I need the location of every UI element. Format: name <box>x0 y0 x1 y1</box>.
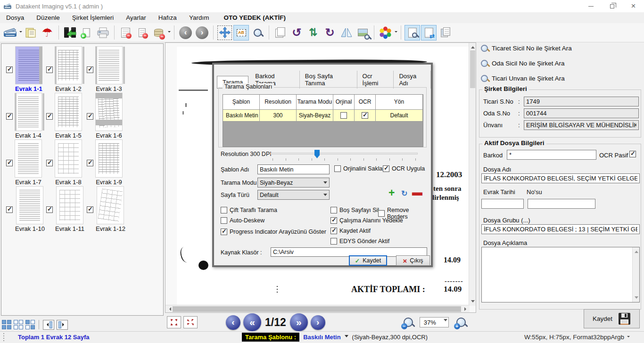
add-template-button[interactable]: + <box>388 187 395 199</box>
thumbnail-checkbox-checked[interactable] <box>46 206 53 213</box>
thumbnail-checkbox-checked[interactable] <box>6 160 13 166</box>
cell-ocr[interactable] <box>355 110 376 122</box>
thumbnail-image[interactable] <box>96 47 122 84</box>
thumbnail-checkbox-checked[interactable] <box>87 113 93 120</box>
pan-tool-button[interactable] <box>217 25 232 41</box>
dialog-save-button[interactable]: ✓ Kaydet <box>349 255 387 266</box>
menu-duzenle[interactable]: Düzenle <box>30 13 66 22</box>
evrak-tarihi-input[interactable] <box>481 199 524 209</box>
thumbnail-checkbox-checked[interactable] <box>46 160 53 166</box>
thumbnail-item-10[interactable]: Evrak 1-10 <box>6 187 45 232</box>
col-header-sablon[interactable]: Şablon <box>223 95 260 110</box>
menu-hafiza[interactable]: Hafıza <box>152 13 183 22</box>
thumbnail-item-9[interactable]: Evrak 1-9 <box>87 140 122 186</box>
sablon-adi-input[interactable] <box>257 164 330 174</box>
scroll-down-arrow[interactable] <box>633 295 640 302</box>
chevron-down-icon[interactable] <box>345 335 348 339</box>
progress-indicator-checkbox-checked[interactable] <box>221 229 227 235</box>
scroll-left-arrow[interactable] <box>165 305 173 312</box>
cell-resolution[interactable]: 300 <box>260 110 297 122</box>
unvan-field[interactable] <box>524 120 639 130</box>
col-header-yon[interactable]: Yön <box>376 95 423 110</box>
remove-document-button[interactable]: − <box>118 25 133 41</box>
protect-button[interactable]: ☂ <box>40 25 55 41</box>
thumbnail-item-12[interactable]: Evrak 1-12 <box>87 187 125 232</box>
scroll-right-arrow[interactable] <box>462 305 470 312</box>
viewer-horizontal-scrollbar[interactable] <box>165 305 470 312</box>
kaydet-aktif-option[interactable]: Kaydet Aktif <box>330 228 371 234</box>
calisma-alani-checkbox-checked[interactable] <box>330 217 337 224</box>
print-button[interactable] <box>95 25 111 41</box>
search-by-oda-sicil[interactable]: Oda Sicil No ile Şirket Ara <box>481 60 565 67</box>
orjinal-checkbox-unchecked[interactable] <box>340 112 347 119</box>
remove-page-button[interactable]: − <box>134 25 150 41</box>
kaydet-aktif-checkbox-checked[interactable] <box>330 228 337 234</box>
mirror-flip-button[interactable] <box>339 25 354 41</box>
scroll-up-arrow[interactable] <box>633 247 640 254</box>
barkod-input[interactable] <box>507 150 596 160</box>
search-by-ticaret-sicil[interactable]: Ticaret Sicil No ile Şirket Ara <box>481 45 572 52</box>
thumbnail-image[interactable] <box>17 187 43 224</box>
thumbnail-checkbox-checked[interactable] <box>87 66 93 73</box>
ocr-pasif-checkbox-checked[interactable] <box>629 151 636 157</box>
zoom-level-combobox[interactable]: 37% <box>420 317 449 327</box>
thumbnail-item-3[interactable]: Evrak 1-3 <box>87 47 122 92</box>
tab-bos-sayfa-tanima[interactable]: Boş Sayfa Tanıma <box>300 71 357 89</box>
scan-button[interactable] <box>2 25 18 41</box>
orjinalini-sakla-checkbox-unchecked[interactable] <box>334 165 341 172</box>
blank-pages-button[interactable] <box>272 25 288 41</box>
thumbnail-item-11[interactable]: Evrak 1-11 <box>46 187 84 232</box>
thumbnail-image[interactable] <box>57 187 83 224</box>
cell-orjinal[interactable] <box>333 110 355 122</box>
thumbnail-image[interactable] <box>15 140 41 177</box>
fit-expand-button[interactable] <box>183 316 198 328</box>
bos-sayfayi-sil-checkbox-unchecked[interactable] <box>330 207 337 213</box>
thumbnail-image[interactable] <box>55 47 82 84</box>
auto-deskew-checkbox-unchecked[interactable] <box>221 217 227 224</box>
cell-mode[interactable]: Siyah-Beyaz <box>297 110 333 122</box>
nav-prev-page-button[interactable]: ‹ <box>226 315 240 330</box>
table-row[interactable]: Baskılı Metin 300 Siyah-Beyaz Default <box>223 110 423 122</box>
menu-yardim[interactable]: Yardım <box>183 13 215 22</box>
select-area-tool-button[interactable]: AB <box>233 25 249 41</box>
progress-indicator-option[interactable]: Progress Indicator Arayüzünü Göster <box>221 229 326 235</box>
thumbnail-checkbox-checked[interactable] <box>46 113 53 120</box>
dialog-exit-button[interactable]: × Çıkış <box>396 255 430 266</box>
thumbnail-item-1[interactable]: Evrak 1-1 <box>6 47 42 92</box>
page-transfer-mode-button[interactable]: ⇄ <box>421 25 437 41</box>
col-header-tarama-modu[interactable]: Tarama Modu <box>297 95 333 110</box>
thumbnail-item-5[interactable]: Evrak 1-5 <box>46 93 82 139</box>
copy-pages-button[interactable] <box>438 25 453 41</box>
scroll-down-arrow[interactable] <box>469 299 476 306</box>
cift-tarafli-checkbox-unchecked[interactable] <box>221 207 227 213</box>
search-by-unvan[interactable]: Ticari Unvan ile Şirket Ara <box>481 75 565 82</box>
thumbnail-item-8[interactable]: Evrak 1-8 <box>46 140 82 186</box>
evrak-nosu-input[interactable] <box>528 199 595 209</box>
copy-documents-button[interactable] <box>23 25 39 41</box>
viewer-vertical-scrollbar[interactable] <box>469 43 476 306</box>
nav-forward-button[interactable]: › <box>194 25 210 41</box>
thumbnail-image[interactable] <box>96 140 122 177</box>
zoom-out-button[interactable]: − <box>404 318 413 327</box>
tab-ocr-islemi[interactable]: Ocr İşlemi <box>357 71 394 89</box>
database-dropdown-arrow[interactable] <box>168 31 171 34</box>
nav-back-button[interactable]: ‹ <box>178 25 193 41</box>
close-button[interactable]: × <box>623 0 644 12</box>
send-page-button[interactable]: ▸ <box>79 25 94 41</box>
thumbnail-image[interactable] <box>55 140 82 177</box>
collapse-panel-left-button[interactable] <box>43 320 54 330</box>
slider-thumb[interactable] <box>314 150 320 158</box>
auto-deskew-option[interactable]: Auto-Deskew <box>221 217 264 224</box>
remove-database-button[interactable]: − <box>151 25 166 41</box>
dosya-adi-input[interactable] <box>481 173 640 183</box>
rotate-left-button[interactable]: ↺ <box>289 25 305 41</box>
col-header-orjinal[interactable]: Orjinal <box>333 95 355 110</box>
nav-last-page-button[interactable]: » <box>290 313 308 331</box>
dosya-grubu-input[interactable] <box>481 224 640 234</box>
delete-template-button[interactable]: ▬ <box>412 186 422 198</box>
cell-yon[interactable]: Default <box>376 110 423 122</box>
thumbnail-image[interactable] <box>96 93 122 131</box>
thumbnail-item-4[interactable]: Evrak 1-4 <box>6 93 41 139</box>
cell-sablon[interactable]: Baskılı Metin <box>223 110 260 122</box>
server-transfer-button[interactable] <box>62 25 78 41</box>
